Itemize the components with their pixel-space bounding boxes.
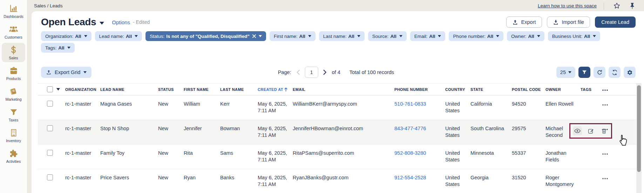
filter-chip-organization[interactable]: Organization:All: [41, 31, 91, 41]
filter-chip-business-unit[interactable]: Business Unit:All: [548, 31, 601, 41]
filter-chip-source[interactable]: Source:All: [368, 31, 407, 41]
column-header-phone-number[interactable]: PHONE NUMBER: [394, 84, 445, 95]
page-size-select[interactable]: 25: [556, 67, 575, 78]
phone-link[interactable]: 843-477-4776: [394, 126, 426, 131]
filter-chip-tags[interactable]: Tags:All: [41, 43, 75, 53]
column-header-more[interactable]: [602, 84, 637, 95]
column-header-lead-name[interactable]: LEAD NAME: [100, 84, 158, 95]
sync-button[interactable]: [609, 67, 621, 78]
row-checkbox[interactable]: [47, 125, 53, 131]
column-header-owner[interactable]: OWNER: [545, 84, 581, 95]
vertical-scrollbar[interactable]: [636, 83, 642, 193]
sidebar-item-products[interactable]: Products: [2, 64, 25, 83]
sidebar-item-label: Activities: [6, 159, 21, 164]
phone-link[interactable]: 912-554-2528: [394, 175, 426, 180]
column-header-tags[interactable]: TAGS: [581, 84, 602, 95]
previous-page-chevron-icon[interactable]: [296, 69, 301, 75]
learn-space-link[interactable]: Learn how to use this space: [538, 3, 597, 8]
select-all-checkbox[interactable]: [47, 86, 53, 92]
column-header-status[interactable]: STATUS: [158, 84, 184, 95]
page-label: Page:: [278, 69, 291, 75]
row-menu-ellipsis-icon[interactable]: [602, 104, 609, 106]
cell-phone: 510-761-0833: [394, 95, 445, 120]
cell-phone: 912-554-2528: [394, 169, 445, 193]
remove-filter-x-icon[interactable]: [252, 34, 256, 38]
table-row[interactable]: rc-1-master Stop N Shop New Jennifer Bow…: [38, 120, 637, 145]
sidebar-item-label: Taxes: [9, 118, 18, 122]
row-checkbox[interactable]: [47, 150, 53, 156]
table-row[interactable]: rc-1-master Family Toy New Rita Sams May…: [38, 145, 637, 169]
cell-country: United States: [445, 120, 470, 145]
cell-lead-name: Family Toy: [100, 145, 158, 169]
import-file-button[interactable]: Import file: [547, 16, 590, 28]
create-lead-button[interactable]: Create Lead: [595, 16, 636, 28]
sales-icon: [9, 45, 18, 54]
phone-link[interactable]: 510-761-0833: [394, 101, 426, 107]
row-checkbox[interactable]: [47, 174, 53, 180]
chevron-down-icon: [135, 35, 138, 37]
edit-pencil-icon[interactable]: [586, 126, 595, 135]
export-grid-button[interactable]: Export Grid: [41, 67, 91, 78]
scrollbar-thumb[interactable]: [637, 85, 641, 172]
filters-toggle-button[interactable]: [578, 67, 590, 78]
column-header-first-name[interactable]: FIRST NAME: [184, 84, 220, 95]
sidebar-item-customers[interactable]: Customers: [2, 22, 25, 41]
filter-chip-first-name[interactable]: First name:All: [270, 31, 316, 41]
favorite-star-icon[interactable]: [611, 2, 623, 9]
filter-chip-email[interactable]: Email:All: [410, 31, 446, 41]
filter-chip-owner[interactable]: Owner:All: [507, 31, 544, 41]
pin-icon[interactable]: [628, 2, 637, 9]
row-menu-ellipsis-icon[interactable]: [602, 177, 609, 180]
sidebar-item-activities[interactable]: Activities: [2, 146, 25, 166]
sidebar-item-sales[interactable]: Sales: [2, 43, 25, 62]
table-row[interactable]: rc-1-master Magna Gases New William Kerr…: [38, 95, 637, 120]
inventory-icon: [9, 128, 18, 137]
delete-trash-icon[interactable]: [599, 126, 609, 135]
row-menu-ellipsis-icon[interactable]: [602, 153, 609, 155]
marketing-icon: [9, 87, 18, 96]
cell-organization: rc-1-master: [65, 145, 100, 169]
grid-settings-button[interactable]: [624, 67, 636, 78]
sidebar-item-marketing[interactable]: Marketing: [2, 84, 25, 104]
cell-email: JenniferHBowman@einrot.com: [293, 120, 394, 145]
filter-chip-last-name[interactable]: Last name:All: [319, 31, 365, 41]
cell-email: RyanJBanks@gustr.com: [293, 169, 394, 193]
options-link[interactable]: Options: [112, 19, 130, 25]
sidebar-item-label: Dashboards: [4, 14, 23, 19]
export-upload-icon: [512, 19, 518, 25]
page-count-label: of 4: [332, 69, 340, 75]
sidebar-item-inventory[interactable]: Inventory: [2, 126, 25, 145]
sidebar-item-dashboards[interactable]: Dashboards: [2, 1, 25, 21]
row-checkbox[interactable]: [47, 101, 53, 107]
filter-chip-status[interactable]: Status:Is not any of "Qualified, Disqual…: [145, 31, 266, 41]
phone-link[interactable]: 952-808-3280: [394, 150, 426, 156]
chevron-down-icon: [496, 35, 499, 37]
column-header-postal-code[interactable]: POSTAL CODE: [512, 84, 545, 95]
sidebar-item-taxes[interactable]: Taxes: [2, 105, 25, 124]
cell-organization: rc-1-master: [65, 169, 100, 193]
next-page-chevron-icon[interactable]: [323, 69, 328, 75]
column-header-country[interactable]: COUNTRY: [445, 84, 470, 95]
chevron-down-icon: [84, 35, 87, 37]
main-content: Open Leads Options - Edited Export Impor…: [32, 11, 644, 193]
column-header-last-name[interactable]: LAST NAME: [220, 84, 258, 95]
mouse-cursor-hand: [618, 134, 629, 147]
view-eye-icon[interactable]: [573, 126, 582, 135]
column-header-organization[interactable]: ORGANIZATION: [65, 84, 100, 95]
view-switch-chevron-down-icon[interactable]: [100, 22, 104, 25]
column-header-created-at[interactable]: CREATED AT: [258, 84, 293, 95]
page-number-input[interactable]: [305, 67, 318, 78]
column-header-state[interactable]: STATE: [470, 84, 512, 95]
table-row[interactable]: rc-1-master Price Savers New Ryan Banks …: [38, 169, 637, 193]
export-button[interactable]: Export: [506, 16, 542, 28]
filter-chip-phone-number[interactable]: Phone number:All: [449, 31, 503, 41]
chevron-down-icon: [83, 71, 87, 73]
select-menu-chevron-down-icon[interactable]: [56, 88, 60, 91]
cell-postal-code: 31520: [512, 169, 545, 193]
refresh-button[interactable]: [594, 67, 605, 78]
filter-chip-lead-name[interactable]: Lead name:All: [95, 31, 142, 41]
cell-first-name: Rita: [184, 145, 220, 169]
grid-toolbar-right: 25: [556, 66, 636, 78]
page-title: Open Leads: [41, 16, 96, 28]
column-header-email[interactable]: EMAIL: [293, 84, 394, 95]
